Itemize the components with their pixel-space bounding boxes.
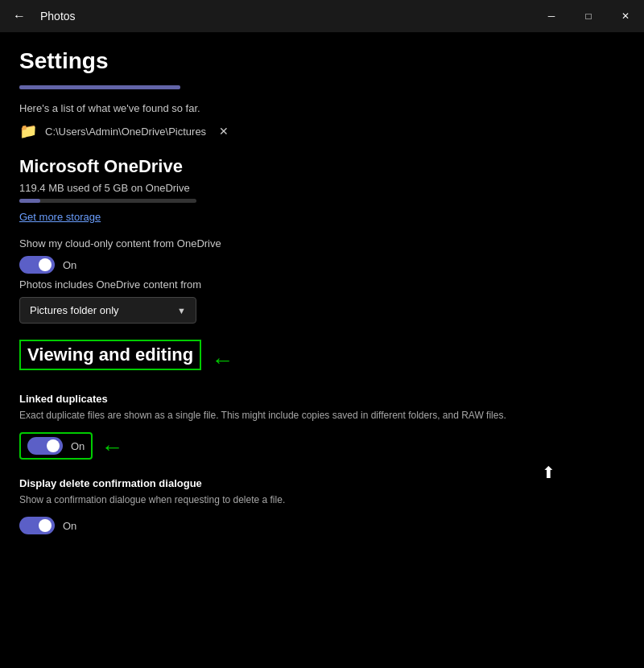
storage-bar-fill [19, 199, 40, 203]
folder-item: 📁 C:\Users\Admin\OneDrive\Pictures ✕ [19, 122, 625, 140]
cloud-toggle-row: On [19, 256, 625, 274]
linked-duplicates-toggle[interactable] [27, 437, 63, 455]
cloud-toggle-knob [39, 258, 52, 271]
app-title: Photos [40, 10, 76, 23]
close-button[interactable]: ✕ [607, 0, 644, 32]
cloud-toggle-state: On [63, 259, 76, 271]
remove-folder-button[interactable]: ✕ [219, 125, 229, 138]
storage-text: 119.4 MB used of 5 GB on OneDrive [19, 182, 625, 194]
back-button[interactable]: ← [6, 3, 32, 29]
linked-duplicates-desc: Exact duplicate files are shown as a sin… [19, 408, 625, 423]
green-arrow-toggle: ← [101, 435, 123, 460]
linked-duplicates-knob [47, 439, 60, 452]
delete-confirmation-knob [39, 519, 52, 532]
window-controls: ─ □ ✕ [533, 0, 644, 32]
onedrive-content-dropdown-container: Photos includes OneDrive content from Pi… [19, 278, 625, 324]
found-description: Here's a list of what we've found so far… [19, 102, 625, 114]
linked-duplicates-state: On [71, 440, 85, 452]
dropdown-value: Pictures folder only [30, 304, 119, 316]
delete-confirmation-section: Display delete confirmation dialogue Sho… [19, 477, 625, 534]
get-more-storage-link[interactable]: Get more storage [19, 211, 101, 223]
cursor: ⬆ [542, 463, 555, 482]
title-bar-left: ← Photos [6, 3, 76, 29]
onedrive-content-dropdown[interactable]: Pictures folder only ▼ [19, 297, 196, 324]
title-bar: ← Photos ─ □ ✕ [0, 0, 644, 32]
progress-bar [19, 85, 180, 89]
cloud-toggle-label: Show my cloud-only content from OneDrive [19, 237, 625, 249]
minimize-button[interactable]: ─ [533, 0, 570, 32]
cloud-toggle-switch[interactable] [19, 256, 55, 274]
chevron-down-icon: ▼ [177, 306, 186, 315]
linked-duplicates-toggle-highlight: On [19, 432, 93, 460]
delete-confirmation-state: On [63, 520, 76, 532]
folder-path: C:\Users\Admin\OneDrive\Pictures [45, 126, 206, 138]
linked-duplicates-title: Linked duplicates [19, 393, 625, 405]
viewing-editing-heading: Viewing and editing [19, 340, 201, 370]
delete-confirmation-title: Display delete confirmation dialogue [19, 477, 625, 489]
viewing-editing-section: Viewing and editing ← Linked duplicates … [19, 340, 625, 534]
storage-bar [19, 199, 196, 203]
linked-duplicates-toggle-row: On ← [19, 432, 625, 463]
page-title: Settings [19, 48, 625, 74]
maximize-button[interactable]: □ [570, 0, 607, 32]
delete-confirmation-toggle[interactable] [19, 517, 55, 534]
green-arrow-heading: ← [211, 348, 233, 373]
onedrive-content-label: Photos includes OneDrive content from [19, 278, 625, 291]
delete-confirmation-toggle-row: On [19, 517, 625, 534]
onedrive-heading: Microsoft OneDrive [19, 156, 625, 177]
delete-confirmation-desc: Show a confirmation dialogue when reques… [19, 493, 625, 507]
folder-icon: 📁 [19, 122, 37, 140]
